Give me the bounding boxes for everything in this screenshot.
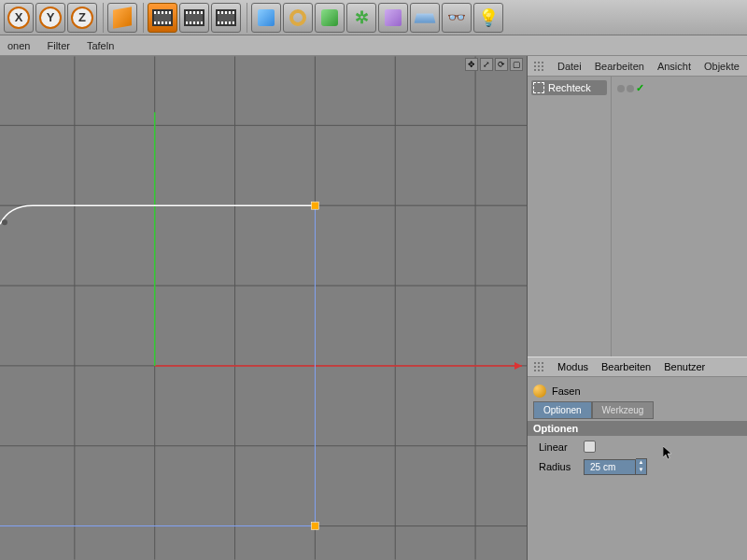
- viewport-rotate-button[interactable]: ⟳: [495, 58, 508, 71]
- svg-point-18: [2, 219, 7, 225]
- cube-icon: [113, 7, 132, 29]
- film-icon: [152, 9, 173, 26]
- object-visibility-tags[interactable]: ✓: [615, 80, 743, 96]
- generator-icon: [321, 9, 338, 26]
- tool-header: Fasen: [533, 381, 741, 401]
- viewport-zoom-button[interactable]: ⤢: [480, 58, 493, 71]
- viewport-grid: [0, 56, 527, 560]
- tab-optionen[interactable]: Optionen: [533, 401, 592, 419]
- grip-icon: [533, 361, 544, 372]
- attr-menu-item[interactable]: Bearbeiten: [601, 361, 651, 372]
- primitive-button[interactable]: [251, 3, 281, 33]
- primitive-icon: [258, 9, 275, 26]
- radius-spinner[interactable]: ▲▼: [636, 458, 647, 475]
- render-region-button[interactable]: [179, 3, 209, 33]
- attr-menu-item[interactable]: Benutzer: [664, 361, 705, 372]
- spline-icon: [289, 9, 306, 26]
- axis-y-button[interactable]: Y: [35, 3, 65, 33]
- viewport-move-button[interactable]: ✥: [465, 58, 478, 71]
- tool-name: Fasen: [552, 385, 581, 397]
- linear-checkbox[interactable]: [584, 441, 596, 453]
- rectangle-icon: [533, 82, 544, 93]
- axis-x-button[interactable]: X: [4, 3, 34, 33]
- axis-x-icon: X: [7, 7, 30, 29]
- deformer-button[interactable]: ✲: [346, 3, 376, 33]
- visibility-dot-icon: [627, 85, 634, 92]
- viewport-menu-item[interactable]: Filter: [47, 40, 69, 51]
- attribute-manager-menubar: Modus Bearbeiten Benutzer: [528, 357, 747, 377]
- object-name: Rechteck: [548, 82, 591, 93]
- object-menu-item[interactable]: Ansicht: [657, 61, 691, 72]
- check-icon: ✓: [636, 82, 644, 94]
- film-icon: [216, 9, 236, 26]
- viewport-menu-item[interactable]: Tafeln: [87, 40, 114, 51]
- object-manager[interactable]: Rechteck ✓: [528, 77, 747, 357]
- object-tree-item[interactable]: Rechteck: [531, 80, 607, 95]
- render-view-button[interactable]: [148, 3, 177, 33]
- object-manager-menubar: Datei Bearbeiten Ansicht Objekte: [528, 56, 747, 77]
- attr-menu-item[interactable]: Modus: [557, 361, 588, 372]
- section-header: Optionen: [528, 421, 747, 436]
- viewport[interactable]: ✥ ⤢ ⟳ ▢: [0, 56, 528, 560]
- floor-icon: [415, 13, 436, 22]
- linear-label: Linear: [539, 441, 576, 453]
- camera-icon: 👓: [446, 7, 467, 28]
- viewport-menu-item[interactable]: onen: [7, 40, 30, 51]
- svg-marker-13: [514, 362, 522, 370]
- light-button[interactable]: 💡: [473, 3, 503, 33]
- object-menu-item[interactable]: Bearbeiten: [595, 61, 644, 72]
- svg-rect-16: [311, 202, 318, 209]
- generator-button[interactable]: [315, 3, 345, 33]
- bevel-tool-icon: [533, 385, 546, 398]
- light-icon: 💡: [478, 7, 499, 28]
- attribute-manager: Fasen Optionen Werkzeug Optionen Linear …: [528, 377, 747, 560]
- object-menu-item[interactable]: Datei: [557, 61, 582, 72]
- object-menu-item[interactable]: Objekte: [704, 61, 740, 72]
- axis-z-icon: Z: [71, 7, 93, 29]
- tab-werkzeug[interactable]: Werkzeug: [592, 401, 655, 419]
- floor-button[interactable]: [410, 3, 440, 33]
- viewport-maximize-button[interactable]: ▢: [510, 58, 523, 71]
- camera-button[interactable]: 👓: [442, 3, 472, 33]
- deformer-icon: ✲: [352, 8, 371, 27]
- spline-button[interactable]: [283, 3, 313, 33]
- radius-label: Radius: [539, 461, 576, 472]
- visibility-dot-icon: [617, 85, 625, 92]
- environment-button[interactable]: [378, 3, 408, 33]
- viewport-controls: ✥ ⤢ ⟳ ▢: [465, 58, 523, 71]
- radius-input[interactable]: 25 cm ▲▼: [584, 458, 647, 475]
- svg-rect-17: [311, 523, 318, 530]
- coord-system-button[interactable]: [107, 3, 137, 33]
- axis-z-button[interactable]: Z: [67, 3, 97, 33]
- radius-value[interactable]: 25 cm: [584, 459, 636, 475]
- spline-object: [0, 205, 315, 224]
- film-icon: [184, 9, 204, 26]
- render-settings-button[interactable]: [211, 3, 241, 33]
- axis-y-icon: Y: [39, 7, 62, 29]
- main-toolbar: X Y Z ✲ 👓 💡: [0, 0, 747, 35]
- grip-icon: [533, 61, 544, 72]
- environment-icon: [385, 9, 402, 26]
- viewport-menubar: onen Filter Tafeln: [0, 35, 747, 56]
